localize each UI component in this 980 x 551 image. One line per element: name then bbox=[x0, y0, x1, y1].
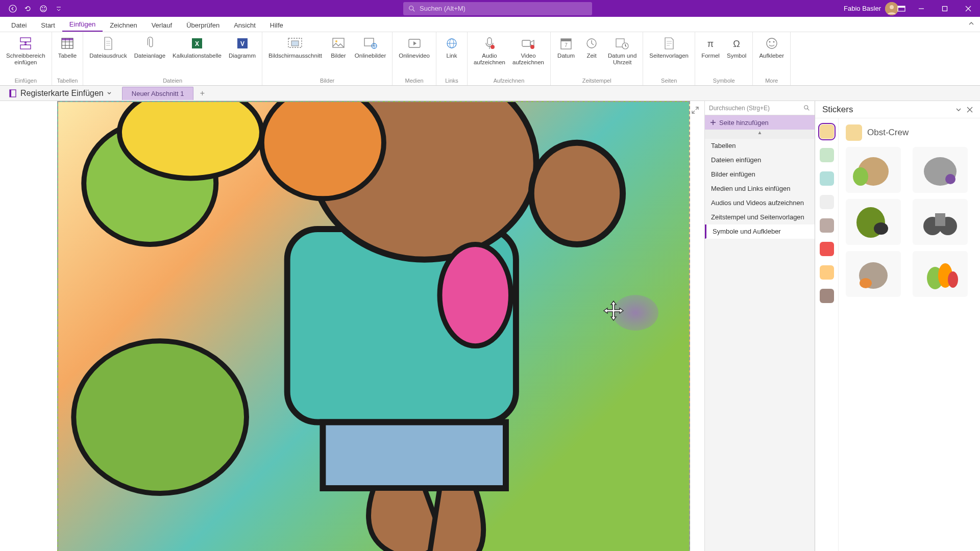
svg-point-2 bbox=[42, 7, 43, 8]
search-placeholder: Suchen (Alt+M) bbox=[420, 5, 465, 12]
add-section-button[interactable]: + bbox=[197, 88, 208, 99]
sticker-thumbnail[interactable] bbox=[913, 147, 968, 193]
online-pictures-button[interactable]: Onlinebilder bbox=[352, 34, 389, 60]
page-search[interactable]: Durchsuchen (Strg+E) bbox=[705, 101, 815, 115]
notebook-picker[interactable]: Registerkarte Einfügen bbox=[4, 88, 116, 99]
svg-point-52 bbox=[119, 102, 262, 178]
screenshot-button[interactable]: Bildschirmausschnitt bbox=[265, 34, 325, 60]
svg-rect-50 bbox=[323, 422, 506, 488]
page-scroll-up[interactable]: ▲ bbox=[705, 130, 815, 139]
record-audio-button[interactable]: Audio aufzeichnen bbox=[471, 34, 508, 67]
page-item[interactable]: Zeitstempel und Seitenvorlagen bbox=[705, 210, 815, 224]
page-templates-button[interactable]: Seitenvorlagen bbox=[646, 34, 692, 60]
tab-hilfe[interactable]: Hilfe bbox=[263, 18, 290, 32]
svg-rect-11 bbox=[20, 45, 31, 49]
date-time-button[interactable]: Datum und Uhrzeit bbox=[605, 34, 640, 67]
sticker-thumbnail[interactable] bbox=[846, 251, 901, 297]
sticker-category[interactable] bbox=[820, 242, 834, 256]
search-icon bbox=[803, 105, 811, 112]
svg-point-4 bbox=[409, 6, 413, 10]
tab-start[interactable]: Start bbox=[34, 18, 62, 32]
search-box[interactable]: Suchen (Alt+M) bbox=[403, 2, 592, 15]
svg-point-41 bbox=[773, 41, 774, 43]
sticker-category[interactable] bbox=[820, 148, 834, 162]
svg-rect-43 bbox=[10, 90, 11, 97]
record-video-button[interactable]: Video aufzeichnen bbox=[509, 34, 547, 67]
qat-dropdown-icon[interactable] bbox=[54, 4, 63, 13]
tab-ueberpruefen[interactable]: Überprüfen bbox=[179, 18, 227, 32]
date-button[interactable]: 7Datum bbox=[554, 34, 578, 60]
stickers-panel-title: Stickers bbox=[822, 105, 853, 115]
diagram-button[interactable]: VDiagramm bbox=[226, 34, 259, 60]
online-video-button[interactable]: Onlinevideo bbox=[396, 34, 433, 60]
user-account[interactable]: Fabio Basler bbox=[844, 2, 898, 15]
maximize-button[interactable] bbox=[933, 0, 957, 17]
svg-point-55 bbox=[853, 167, 868, 186]
sticker-thumbnail[interactable] bbox=[846, 147, 901, 193]
move-cursor-icon bbox=[602, 300, 625, 322]
undo-icon[interactable] bbox=[23, 4, 33, 13]
section-tab[interactable]: Neuer Abschnitt 1 bbox=[122, 87, 194, 100]
search-icon bbox=[408, 5, 415, 12]
minimize-button[interactable] bbox=[910, 0, 933, 17]
sticker-thumbnail[interactable] bbox=[913, 251, 968, 297]
equation-button[interactable]: πFormel bbox=[698, 34, 723, 60]
svg-rect-29 bbox=[522, 40, 530, 46]
page-item[interactable]: Tabellen bbox=[705, 139, 815, 153]
sticker-category[interactable] bbox=[820, 195, 834, 209]
svg-point-67 bbox=[948, 271, 958, 288]
notebook-bar: Registerkarte Einfügen Neuer Abschnitt 1… bbox=[0, 86, 980, 101]
sticker-thumbnail[interactable] bbox=[913, 199, 968, 245]
svg-point-28 bbox=[491, 45, 495, 49]
tab-einfuegen[interactable]: Einfügen bbox=[62, 17, 103, 32]
inserted-sticker-image[interactable] bbox=[57, 101, 690, 551]
panel-options-icon[interactable] bbox=[955, 107, 962, 113]
expand-icon[interactable] bbox=[691, 106, 699, 114]
sticker-category[interactable] bbox=[820, 124, 834, 139]
titlebar: Symbole und Aufkleber - OneNote Suchen (… bbox=[0, 0, 980, 17]
page-item[interactable]: Audios und Videos aufzeichnen bbox=[705, 196, 815, 210]
table-button[interactable]: Tabelle bbox=[55, 34, 80, 60]
pictures-button[interactable]: Bilder bbox=[326, 34, 351, 60]
sticker-category[interactable] bbox=[820, 289, 834, 303]
insert-space-button[interactable]: Schreibbereich einfügen bbox=[3, 34, 48, 67]
tab-verlauf[interactable]: Verlauf bbox=[144, 18, 179, 32]
spreadsheet-button[interactable]: XKalkulationstabelle bbox=[169, 34, 225, 60]
tab-zeichnen[interactable]: Zeichnen bbox=[103, 18, 144, 32]
svg-rect-32 bbox=[561, 39, 571, 41]
chevron-down-icon bbox=[107, 91, 112, 96]
close-button[interactable] bbox=[957, 0, 980, 17]
svg-point-59 bbox=[874, 222, 888, 235]
symbol-button[interactable]: ΩSymbol bbox=[724, 34, 749, 60]
add-page-button[interactable]: Seite hinzufügen bbox=[705, 115, 815, 130]
svg-text:7: 7 bbox=[565, 42, 568, 48]
file-printout-button[interactable]: Dateiausdruck bbox=[86, 34, 130, 60]
time-button[interactable]: Zeit bbox=[579, 34, 604, 60]
svg-point-39 bbox=[767, 38, 777, 48]
svg-point-49 bbox=[439, 244, 510, 346]
page-item-selected[interactable]: Symbole und Aufkleber bbox=[705, 224, 815, 239]
sticker-category[interactable] bbox=[820, 171, 834, 186]
plus-icon bbox=[710, 119, 716, 126]
sticker-category[interactable] bbox=[820, 265, 834, 280]
ribbon-display-icon[interactable] bbox=[893, 0, 910, 17]
tab-datei[interactable]: Datei bbox=[4, 18, 34, 32]
panel-close-icon[interactable] bbox=[967, 107, 973, 113]
touch-mode-icon[interactable] bbox=[39, 4, 48, 13]
page-item[interactable]: Medien und Links einfügen bbox=[705, 182, 815, 196]
svg-point-40 bbox=[769, 41, 770, 43]
sticker-grid bbox=[846, 147, 973, 297]
link-button[interactable]: Link bbox=[439, 34, 464, 60]
collapse-ribbon-icon[interactable] bbox=[968, 20, 975, 27]
svg-point-57 bbox=[945, 174, 955, 184]
back-icon[interactable] bbox=[8, 4, 17, 13]
page-item[interactable]: Bilder einfügen bbox=[705, 167, 815, 182]
sticker-category[interactable] bbox=[820, 218, 834, 233]
page-canvas[interactable] bbox=[0, 101, 704, 551]
stickers-button[interactable]: Aufkleber bbox=[756, 34, 787, 60]
svg-point-48 bbox=[262, 102, 384, 198]
tab-ansicht[interactable]: Ansicht bbox=[227, 18, 263, 32]
file-attachment-button[interactable]: Dateianlage bbox=[131, 34, 168, 60]
sticker-thumbnail[interactable] bbox=[846, 199, 901, 245]
page-item[interactable]: Dateien einfügen bbox=[705, 153, 815, 167]
